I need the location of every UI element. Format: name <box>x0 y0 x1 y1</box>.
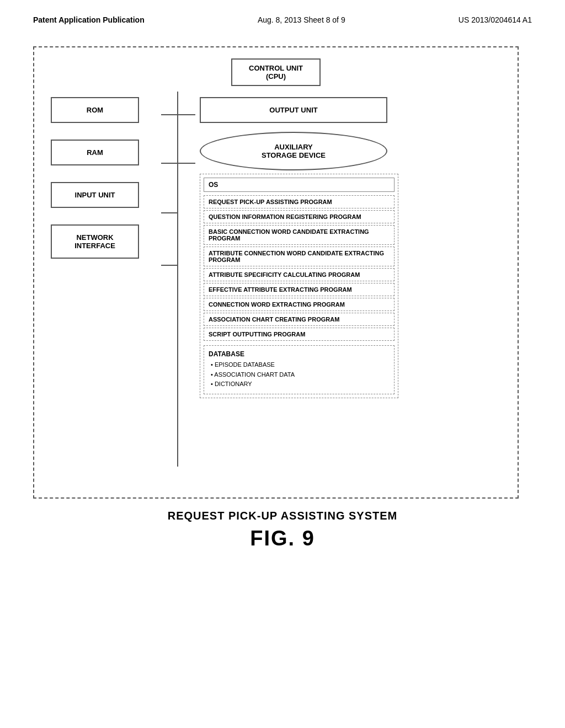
cpu-box: CONTROL UNIT(CPU) <box>231 58 321 86</box>
unit-input: INPUT UNIT <box>51 182 139 208</box>
prog-attribute-connection: ATTRIBUTE CONNECTION WORD CANDIDATE EXTR… <box>204 247 395 266</box>
db-dictionary: • DICTIONARY <box>209 379 390 389</box>
output-unit-box: OUTPUT UNIT <box>200 97 387 123</box>
main-content: ROM RAM INPUT UNIT NETWORKINTERFACE <box>45 92 507 398</box>
right-col: OUTPUT UNIT AUXILIARYSTORAGE DEVICE OS R… <box>200 92 507 398</box>
aux-storage-ellipse: AUXILIARYSTORAGE DEVICE <box>200 132 387 170</box>
cpu-row: CONTROL UNIT(CPU) <box>45 58 507 86</box>
os-item: OS <box>204 178 395 192</box>
prog-question-info: QUESTION INFORMATION REGISTERING PROGRAM <box>204 210 395 223</box>
prog-basic-connection: BASIC CONNECTION WORD CANDIDATE EXTRACTI… <box>204 225 395 245</box>
prog-request-pickup: REQUEST PICK-UP ASSISTING PROGRAM <box>204 195 395 208</box>
left-col: ROM RAM INPUT UNIT NETWORKINTERFACE <box>45 92 156 398</box>
unit-network: NETWORKINTERFACE <box>51 224 139 259</box>
prog-attribute-specificity: ATTRIBUTE SPECIFICITY CALCULATING PROGRA… <box>204 268 395 281</box>
caption-main: REQUEST PICK-UP ASSISTING SYSTEM <box>33 510 532 522</box>
caption-fig: FIG. 9 <box>33 527 532 550</box>
storage-content: OS REQUEST PICK-UP ASSISTING PROGRAM QUE… <box>200 174 398 398</box>
database-section: DATABASE • EPISODE DATABASE • ASSOCIATIO… <box>204 345 395 394</box>
diagram-area: CONTROL UNIT(CPU) ROM RAM INPUT UNIT NET… <box>0 30 565 561</box>
system-box: CONTROL UNIT(CPU) ROM RAM INPUT UNIT NET… <box>33 46 519 499</box>
connector-lines <box>156 92 200 467</box>
db-title: DATABASE <box>209 350 390 358</box>
prog-association-chart: ASSOCIATION CHART CREATING PROGRAM <box>204 313 395 326</box>
db-episode: • EPISODE DATABASE <box>209 360 390 370</box>
unit-ram: RAM <box>51 140 139 165</box>
prog-connection-word: CONNECTION WORD EXTRACTING PROGRAM <box>204 298 395 311</box>
header-publication: Patent Application Publication <box>33 15 145 24</box>
caption-area: REQUEST PICK-UP ASSISTING SYSTEM FIG. 9 <box>33 510 532 550</box>
header-patent-number: US 2013/0204614 A1 <box>459 15 532 24</box>
db-association: • ASSOCIATION CHART DATA <box>209 370 390 380</box>
unit-rom: ROM <box>51 97 139 123</box>
prog-effective-attribute: EFFECTIVE ATTRIBUTE EXTRACTING PROGRAM <box>204 283 395 296</box>
header-date-sheet: Aug. 8, 2013 Sheet 8 of 9 <box>258 15 345 24</box>
prog-script-outputting: SCRIPT OUTPUTTING PROGRAM <box>204 328 395 341</box>
page-header: Patent Application Publication Aug. 8, 2… <box>0 0 565 30</box>
